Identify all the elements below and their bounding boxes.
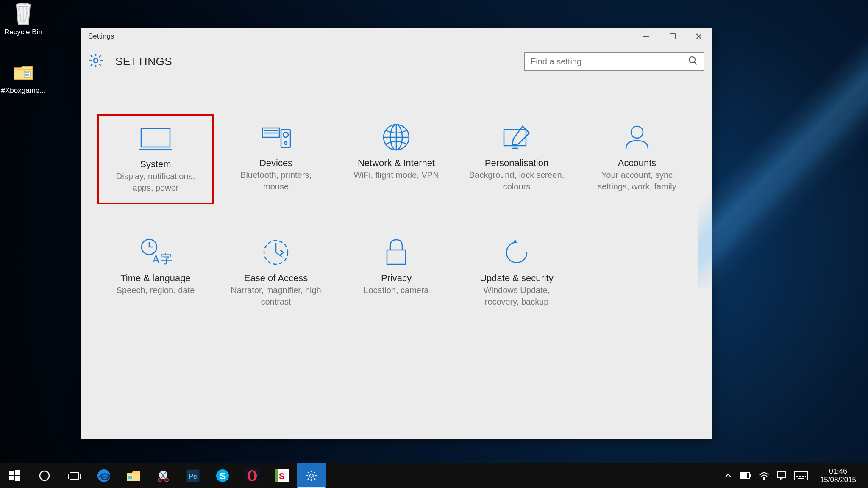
svg-rect-2 (670, 34, 675, 39)
svg-point-3 (94, 58, 98, 63)
folder-icon (11, 59, 36, 85)
tile-time-language[interactable]: A字 Time & language Speech, region, date (97, 230, 214, 317)
edge-app[interactable] (89, 463, 119, 488)
display-icon (139, 122, 172, 155)
search-box[interactable] (524, 52, 704, 71)
gear-icon (88, 53, 103, 70)
personalisation-icon (500, 121, 534, 153)
ease-of-access-icon (261, 236, 291, 269)
keyboard-icon[interactable] (794, 471, 808, 480)
devices-icon (259, 121, 293, 153)
wifi-icon[interactable] (759, 471, 769, 480)
svg-text:S: S (220, 471, 226, 481)
taskbar-clock[interactable]: 01:46 15/08/2015 (816, 467, 860, 485)
opera-app[interactable] (237, 463, 267, 488)
start-button[interactable] (0, 463, 30, 488)
clock-time: 01:46 (820, 467, 856, 476)
file-explorer-app[interactable] (119, 463, 148, 488)
svg-rect-21 (15, 476, 20, 481)
svg-point-24 (97, 469, 110, 482)
task-view-button[interactable] (59, 463, 89, 488)
taskbar: Ps S S (0, 463, 868, 488)
tile-title: Privacy (381, 273, 412, 284)
tile-update-security[interactable]: Update & security Windows Update, recove… (459, 230, 575, 317)
svg-point-8 (283, 132, 288, 137)
svg-point-4 (689, 57, 695, 63)
recycle-bin-icon (11, 1, 36, 26)
svg-text:Ps: Ps (189, 473, 197, 480)
search-icon (688, 56, 698, 67)
tile-description: Windows Update, recovery, backup (468, 285, 565, 308)
system-tray: 01:46 15/08/2015 (717, 463, 868, 488)
desktop-icon-recycle-bin[interactable]: Recycle Bin (0, 1, 47, 36)
photoshop-app[interactable]: Ps (178, 463, 208, 488)
settings-window: Settings SETTINGS (81, 28, 712, 439)
svg-point-27 (159, 471, 167, 479)
accounts-icon (622, 121, 652, 153)
svg-point-28 (158, 478, 161, 482)
skype-app[interactable]: S (208, 463, 237, 488)
tile-title: Network & Internet (358, 158, 435, 169)
tile-title: Update & security (480, 273, 554, 284)
clock-date: 15/08/2015 (820, 476, 856, 484)
tile-description: WiFi, flight mode, VPN (353, 169, 439, 181)
svg-point-45 (763, 479, 765, 480)
update-icon (501, 236, 532, 269)
svg-point-13 (631, 126, 643, 138)
maximize-button[interactable] (659, 28, 686, 45)
tile-network[interactable]: Network & Internet WiFi, flight mode, VP… (338, 114, 454, 204)
store-app[interactable]: S (267, 463, 297, 488)
cortana-button[interactable] (30, 463, 59, 488)
svg-point-37 (250, 471, 254, 480)
tile-accounts[interactable]: Accounts Your account, sync settings, wo… (579, 114, 695, 204)
svg-text:S: S (279, 471, 284, 481)
tile-devices[interactable]: Devices Bluetooth, printers, mouse (218, 114, 334, 204)
page-title: SETTINGS (115, 55, 172, 68)
search-input[interactable] (531, 57, 688, 67)
settings-app[interactable] (297, 463, 326, 488)
svg-point-41 (310, 474, 313, 477)
tile-system[interactable]: System Display, notifications, apps, pow… (97, 114, 214, 204)
svg-text:A字: A字 (152, 252, 172, 266)
tile-title: Accounts (618, 158, 657, 169)
battery-icon[interactable] (740, 472, 751, 479)
tray-overflow-button[interactable] (724, 472, 732, 480)
svg-rect-5 (141, 128, 170, 147)
minimize-button[interactable] (633, 28, 659, 45)
desktop-icon-xbox-folder[interactable]: #Xboxgame... (0, 59, 47, 95)
svg-point-9 (284, 142, 287, 144)
globe-icon (381, 121, 412, 153)
tile-description: Narrator, magnifier, high contrast (227, 285, 325, 308)
svg-rect-46 (778, 472, 785, 478)
svg-point-22 (40, 471, 49, 480)
svg-rect-18 (9, 471, 14, 475)
svg-point-29 (165, 478, 168, 482)
lock-icon (383, 236, 410, 269)
tile-title: Ease of Access (244, 273, 308, 284)
svg-rect-23 (70, 472, 78, 479)
svg-rect-19 (15, 470, 20, 475)
svg-rect-12 (504, 130, 526, 146)
tile-title: Time & language (120, 273, 191, 284)
window-title: Settings (88, 32, 633, 41)
tile-ease-of-access[interactable]: Ease of Access Narrator, magnifier, high… (218, 230, 334, 317)
time-language-icon: A字 (139, 236, 172, 269)
snipping-tool-app[interactable] (148, 463, 178, 488)
tile-description: Bluetooth, printers, mouse (227, 169, 325, 192)
desktop: Recycle Bin #Xboxgame... Settings (0, 0, 868, 488)
tile-privacy[interactable]: Privacy Location, camera (338, 230, 454, 317)
tile-description: Background, lock screen, colours (468, 169, 565, 192)
desktop-icon-label: Recycle Bin (4, 28, 42, 36)
tile-description: Location, camera (364, 285, 428, 296)
svg-rect-20 (9, 476, 14, 480)
desktop-icon-label: #Xboxgame... (1, 86, 46, 95)
titlebar[interactable]: Settings (81, 28, 712, 45)
settings-tiles: System Display, notifications, apps, pow… (81, 76, 712, 317)
tile-description: Your account, sync settings, work, famil… (588, 169, 686, 192)
svg-rect-40 (275, 469, 278, 482)
tile-description: Display, notifications, apps, power (107, 171, 204, 194)
settings-header: SETTINGS (81, 45, 712, 76)
close-button[interactable] (686, 28, 712, 45)
action-center-icon[interactable] (777, 471, 786, 480)
tile-personalisation[interactable]: Personalisation Background, lock screen,… (459, 114, 575, 204)
